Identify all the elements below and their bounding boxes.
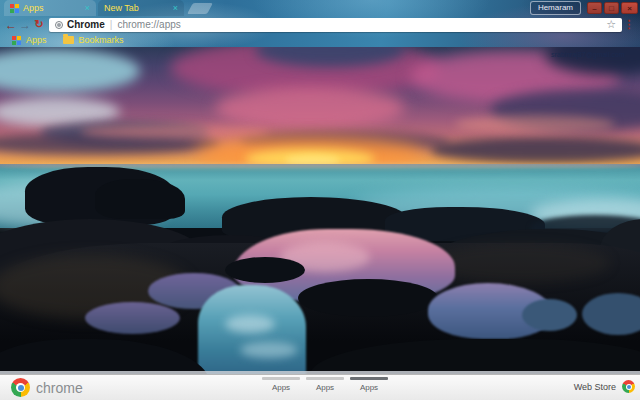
tab-strip: Apps × New Tab × — [0, 0, 540, 16]
tide-pool — [522, 299, 577, 331]
launcher-bar: chrome Apps Apps Apps Web Store — [0, 374, 640, 400]
back-button[interactable]: ← — [4, 19, 18, 31]
menu-icon[interactable]: ⋮ — [622, 19, 636, 30]
tab-new-tab[interactable]: New Tab × — [98, 0, 184, 16]
address-bar[interactable]: Chrome | chrome://apps ☆ — [49, 18, 622, 32]
rock-highlight — [430, 243, 610, 283]
bookmark-item-bookmarks[interactable]: Bookmarks — [63, 35, 124, 45]
apps-grid-icon — [10, 4, 19, 13]
forward-button[interactable]: → — [18, 19, 32, 31]
window-controls: Hemaram – □ × — [530, 1, 638, 15]
cloud-blob — [455, 115, 615, 133]
page-indicator-label: Apps — [316, 383, 334, 392]
cloud-blob — [430, 137, 640, 163]
chrome-page-icon — [55, 21, 63, 29]
theme-wallpaper: srabinraj87@gmail.com — [0, 47, 640, 374]
cloud-blob — [80, 125, 270, 139]
restore-button[interactable]: □ — [604, 2, 619, 14]
rock-blob — [298, 279, 438, 317]
chrome-logo-text: chrome — [36, 380, 83, 396]
page-indicator-bar — [262, 377, 300, 380]
omnibox-separator: | — [110, 19, 113, 30]
toolbar: ← → ↻ Chrome | chrome://apps ☆ ⋮ — [0, 16, 640, 33]
page-indicator-2[interactable]: Apps — [306, 377, 344, 392]
rock-blob — [225, 257, 305, 283]
foam — [225, 315, 275, 333]
bookmark-label: Apps — [26, 35, 47, 45]
bookmark-star-icon[interactable]: ☆ — [606, 19, 616, 30]
folder-icon — [63, 36, 74, 44]
chrome-logo-icon — [11, 378, 30, 397]
rock-blob — [95, 179, 185, 219]
minimize-button[interactable]: – — [587, 2, 602, 14]
web-store-icon — [622, 380, 635, 393]
web-store-label: Web Store — [574, 382, 616, 392]
tab-close-icon[interactable]: × — [173, 4, 178, 13]
apps-grid-icon — [12, 36, 21, 45]
page-indicator-bar — [350, 377, 388, 380]
tab-label: Apps — [23, 3, 81, 13]
foam — [240, 342, 298, 358]
page-indicator-1[interactable]: Apps — [262, 377, 300, 392]
page-indicator-bar — [306, 377, 344, 380]
bookmarks-bar: Apps Bookmarks — [0, 33, 640, 47]
page-indicator-label: Apps — [272, 383, 290, 392]
bookmark-item-apps[interactable]: Apps — [12, 35, 47, 45]
cloud-blob — [0, 49, 140, 93]
email-watermark: srabinraj87@gmail.com — [551, 51, 625, 58]
cloud-blob — [215, 87, 405, 129]
bookmark-label: Bookmarks — [79, 35, 124, 45]
profile-button[interactable]: Hemaram — [530, 1, 581, 15]
tab-close-icon[interactable]: × — [85, 4, 90, 13]
new-tab-button[interactable] — [187, 3, 213, 14]
close-button[interactable]: × — [621, 2, 638, 14]
browser-chrome-area: Apps × New Tab × Hemaram – □ × ← → ↻ Chr… — [0, 0, 640, 47]
url-text: chrome://apps — [117, 19, 606, 30]
reload-button[interactable]: ↻ — [32, 19, 46, 30]
site-label: Chrome — [67, 19, 105, 30]
tide-pool — [85, 302, 180, 334]
page-indicator-label: Apps — [360, 383, 378, 392]
chrome-brand: chrome — [11, 378, 83, 397]
page-indicator-3[interactable]: Apps — [350, 377, 388, 392]
sunset-sky — [0, 47, 640, 171]
web-store-link[interactable]: Web Store — [574, 380, 635, 393]
page-indicators: Apps Apps Apps — [262, 377, 388, 392]
tab-label: New Tab — [104, 3, 169, 13]
browser-window: Apps × New Tab × Hemaram – □ × ← → ↻ Chr… — [0, 0, 640, 400]
tab-apps[interactable]: Apps × — [4, 0, 96, 16]
